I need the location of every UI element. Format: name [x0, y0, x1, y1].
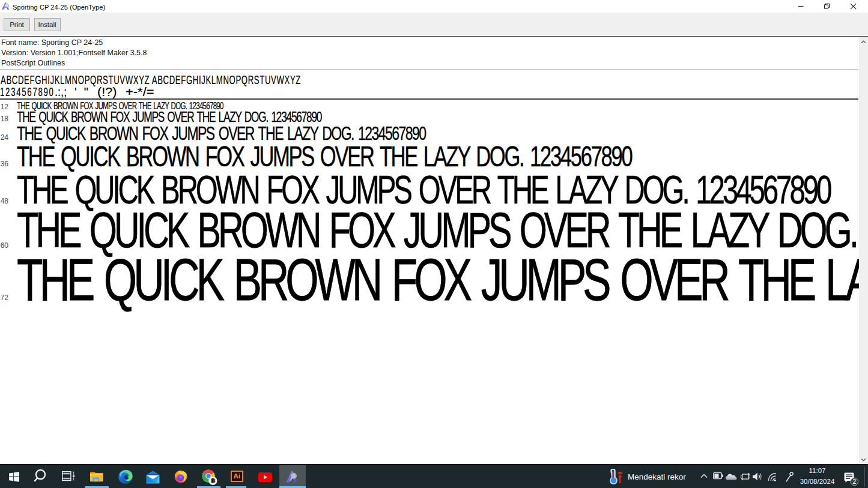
- svg-text:2: 2: [852, 478, 856, 485]
